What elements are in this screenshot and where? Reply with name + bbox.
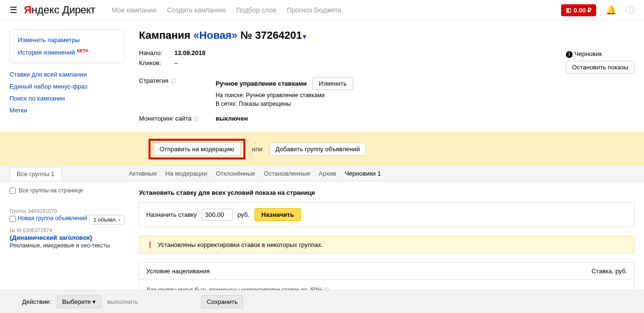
logo[interactable]: Яндекс Директ xyxy=(24,4,95,16)
tabs-bar: Все группы 1 Активные На модерации Откло… xyxy=(0,166,644,181)
main: Кампания «Новая» № 37264201▾ Начало: 13.… xyxy=(139,29,634,123)
status-info-icon: i xyxy=(566,51,573,58)
highlight-moderate: Отправить на модерацию xyxy=(149,139,245,159)
clicks-row: Кликов: – xyxy=(139,59,353,67)
chevron-right-icon: › xyxy=(118,217,120,223)
header-right: ◧ 0.00 ₽ 🔔 ⓘ xyxy=(561,4,634,16)
monitoring-row: Мониторинг сайтаⓘ выключен xyxy=(139,115,353,123)
all-groups-checkbox[interactable] xyxy=(10,188,16,194)
balance-button[interactable]: ◧ 0.00 ₽ xyxy=(561,4,596,16)
nav-word-pick[interactable]: Подбор слов xyxy=(236,6,276,14)
rate-input[interactable] xyxy=(202,209,233,221)
targeting-head: Условие нацеливания Ставка, руб. xyxy=(139,263,634,280)
add-group-button[interactable]: Добавить группу объявлений xyxy=(269,143,366,156)
group-desc: Рекламные, имиджевые и seo-тексты xyxy=(10,242,125,249)
content: Изменить параметры История измененийБЕТА… xyxy=(0,21,644,123)
header: ☰ Яндекс Директ Мои кампании Создать кам… xyxy=(0,0,644,21)
status-text: iЧерновик xyxy=(566,50,634,58)
strategy-row: Стратегияⓘ Ручное управление ставками Из… xyxy=(139,77,353,107)
filter-rejected[interactable]: Отклонённые xyxy=(216,170,255,177)
page-title: Кампания «Новая» № 37264201▾ xyxy=(139,29,353,42)
title-number: № 37264201 xyxy=(238,29,302,41)
filter-archive[interactable]: Архив xyxy=(319,170,336,177)
group-block: Группа 3489281070 Новая группа объявлени… xyxy=(10,208,125,249)
link-labels[interactable]: Метки xyxy=(10,107,125,114)
action-select[interactable]: Выберите ▾ xyxy=(57,295,102,308)
strategy-sub1: На поиске: Ручное управление ставками xyxy=(216,92,353,99)
help-icon[interactable]: ⓘ xyxy=(171,78,176,84)
info-icon[interactable]: ⓘ xyxy=(626,4,634,16)
filter-tabs: Активные На модерации Отклонённые Остано… xyxy=(129,170,381,177)
monitoring-label: Мониторинг сайтаⓘ xyxy=(139,115,216,123)
filter-drafts[interactable]: Черновики 1 xyxy=(345,170,381,177)
strategy-sub2: В сетях: Показы запрещены xyxy=(216,101,353,107)
bottom-bar: Действие: Выберите ▾ выполнить Сохранить xyxy=(0,290,644,313)
group-ads-badge[interactable]: 1 объявл. › xyxy=(89,215,125,224)
status-block: iЧерновик Остановить показы xyxy=(566,50,634,74)
save-button[interactable]: Сохранить xyxy=(201,295,243,308)
start-label: Начало: xyxy=(139,49,172,56)
start-row: Начало: 13.09.2018 xyxy=(139,49,353,56)
change-strategy-button[interactable]: Изменить xyxy=(312,77,353,90)
filter-active[interactable]: Активные xyxy=(129,170,157,177)
rate-box: Назначить ставку руб. Назначить xyxy=(139,202,634,227)
action-bar: Отправить на модерацию или Добавить груп… xyxy=(0,132,644,166)
monitoring-value: выключен xyxy=(216,115,248,123)
warning-icon: ❗ xyxy=(146,241,154,248)
send-moderation-button[interactable]: Отправить на модерацию xyxy=(153,143,241,156)
title-name[interactable]: «Новая» xyxy=(194,29,238,41)
tab-all-groups[interactable]: Все группы 1 xyxy=(10,167,62,181)
rate-label: Назначить ставку xyxy=(146,211,197,218)
execute-button[interactable]: выполнить xyxy=(107,298,138,305)
link-minus-phrases[interactable]: Единый набор минус-фраз xyxy=(10,83,125,90)
filter-stopped[interactable]: Остановленные xyxy=(264,170,310,177)
or-text: или xyxy=(252,145,263,153)
group-name-link[interactable]: Новая группа объявлений xyxy=(18,215,87,222)
balance-value: 0.00 ₽ xyxy=(574,7,591,14)
group-number: № M-6306372874 xyxy=(10,227,125,233)
menu-icon[interactable]: ☰ xyxy=(10,5,17,15)
all-groups-label: Все группы на странице xyxy=(19,187,83,194)
start-value: 13.09.2018 xyxy=(174,49,206,56)
beta-badge: БЕТА xyxy=(77,48,89,53)
title-prefix: Кампания xyxy=(139,29,194,41)
set-rate-title: Установить ставку для всех условий показ… xyxy=(139,189,634,196)
all-groups-check-row: Все группы на странице xyxy=(10,187,125,194)
stop-shows-button[interactable]: Остановить показы xyxy=(566,61,634,74)
sidebar-box: Изменить параметры История измененийБЕТА xyxy=(10,29,125,63)
top-nav: Мои кампании Создать кампанию Подбор сло… xyxy=(112,6,342,14)
group-id: Группа 3489281070 xyxy=(10,208,125,214)
help-icon[interactable]: ⓘ xyxy=(194,116,199,122)
logo-direct: Директ xyxy=(62,4,95,16)
strategy-value: Ручное управление ставками xyxy=(216,80,307,87)
clicks-value: – xyxy=(174,59,178,67)
sidebar: Изменить параметры История измененийБЕТА… xyxy=(10,29,125,123)
sidebar-list: Ставки для всей кампании Единый набор ми… xyxy=(10,71,125,114)
clicks-label: Кликов: xyxy=(139,59,172,67)
strategy-body: Ручное управление ставками Изменить На п… xyxy=(216,77,353,107)
logo-ya: Я xyxy=(24,4,32,16)
targeting-left: Условие нацеливания xyxy=(146,268,210,275)
wallet-icon: ◧ xyxy=(566,7,571,13)
title-dropdown-icon[interactable]: ▾ xyxy=(303,33,306,40)
group-checkbox[interactable] xyxy=(10,216,16,222)
filter-moderation[interactable]: На модерации xyxy=(165,170,207,177)
link-history[interactable]: История измененийБЕТА xyxy=(18,48,116,56)
notice-text: Установлены корректировки ставок в некот… xyxy=(158,241,323,248)
dynamic-title[interactable]: {Динамический заголовок} xyxy=(10,234,125,241)
rate-unit: руб. xyxy=(238,211,250,218)
logo-ndex: ндекс xyxy=(32,4,59,16)
link-history-text: История изменений xyxy=(18,49,75,56)
nav-create-campaign[interactable]: Создать кампанию xyxy=(167,6,226,14)
strategy-label: Стратегияⓘ xyxy=(139,77,216,107)
nav-my-campaigns[interactable]: Мои кампании xyxy=(112,6,157,14)
link-rates-all[interactable]: Ставки для всей кампании xyxy=(10,71,125,78)
action-label: Действие: xyxy=(22,298,51,305)
link-campaign-search[interactable]: Поиск по кампании xyxy=(10,95,125,102)
nav-budget-forecast[interactable]: Прогноз бюджета xyxy=(287,6,342,14)
notice-bar: ❗ Установлены корректировки ставок в нек… xyxy=(139,236,634,254)
assign-rate-button[interactable]: Назначить xyxy=(254,208,301,221)
bell-icon[interactable]: 🔔 xyxy=(606,5,616,15)
targeting-right: Ставка, руб. xyxy=(591,268,627,275)
link-edit-params[interactable]: Изменить параметры xyxy=(18,36,116,44)
